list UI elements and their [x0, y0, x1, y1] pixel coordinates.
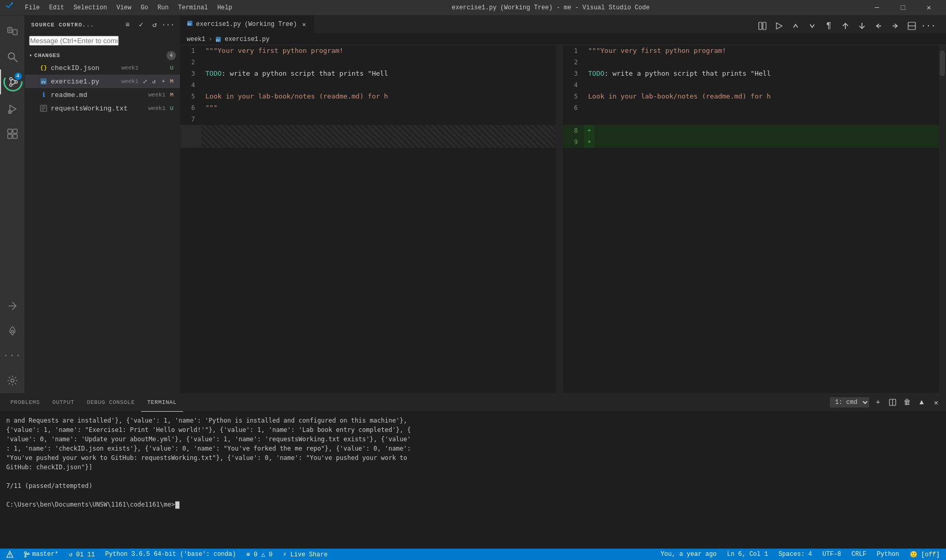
breadcrumb-filename[interactable]: exercise1.py — [225, 36, 269, 43]
status-python[interactable]: Python 3.6.5 64-bit ('base': conda) — [103, 549, 238, 560]
kill-terminal-button[interactable]: 🗑 — [901, 397, 913, 408]
terminal-line-5: "You've pushed your work to GitHub: requ… — [6, 453, 940, 463]
file-item-checkid-json[interactable]: {} checkID.json week1 ⤢ ↺ + U — [25, 61, 180, 75]
maximize-button[interactable]: □ — [891, 0, 915, 16]
diff-left-pane[interactable]: 1 """Your very first python program! 2 3… — [180, 45, 556, 393]
diff-minimap[interactable] — [556, 45, 563, 393]
menu-help[interactable]: Help — [213, 3, 236, 12]
right-minimap[interactable] — [939, 45, 946, 393]
stage-exercise-button[interactable]: + — [159, 77, 168, 86]
swap-right-button[interactable] — [888, 19, 902, 33]
menu-selection[interactable]: Selection — [69, 3, 112, 12]
status-live-share[interactable]: ⚡ Live Share — [281, 549, 329, 560]
status-sync[interactable]: ↺ 01 11 — [66, 549, 96, 560]
next-diff-button[interactable] — [855, 19, 869, 33]
menu-view[interactable]: View — [112, 3, 135, 12]
svg-text:py: py — [188, 22, 192, 26]
status-error-icon[interactable] — [4, 549, 16, 560]
menu-terminal[interactable]: Terminal — [174, 3, 212, 12]
menu-edit[interactable]: Edit — [45, 3, 68, 12]
changes-header[interactable]: ▾ CHANGES 4 — [25, 50, 180, 61]
status-language[interactable]: Python — [875, 549, 901, 560]
menu-run[interactable]: Run — [154, 3, 173, 12]
tab-problems[interactable]: PROBLEMS — [4, 394, 46, 412]
refresh-button[interactable]: ↺ — [149, 19, 160, 31]
content-area: 4 — [0, 16, 946, 393]
right-line-num-7 — [563, 114, 584, 125]
status-spaces[interactable]: Spaces: 4 — [776, 549, 814, 560]
file-item-readme-md[interactable]: ℹ readme.md week1 M — [25, 88, 180, 102]
terminal-selector[interactable]: 1: cmd — [830, 397, 869, 408]
file-item-exercise1-py[interactable]: py exercise1.py week1 ⤢ ↺ + M — [25, 75, 180, 88]
diff-right-pane[interactable]: 1 """Your very first python program! 2 3… — [563, 45, 939, 393]
activity-run-debug[interactable] — [0, 96, 25, 121]
line-num-3: 3 — [180, 68, 201, 79]
activity-deploy[interactable] — [0, 318, 25, 343]
editor-tab-exercise1[interactable]: py exercise1.py (Working Tree) ✕ — [180, 16, 315, 33]
svg-marker-24 — [776, 23, 782, 29]
open-file-button[interactable]: ⤢ — [141, 64, 149, 72]
activity-search[interactable] — [0, 45, 25, 69]
minimize-button[interactable]: ─ — [865, 0, 889, 16]
activity-source-control[interactable]: 4 — [0, 69, 25, 94]
status-line-endings[interactable]: CRLF — [850, 549, 869, 560]
new-terminal-button[interactable]: + — [872, 397, 884, 408]
close-panel-button[interactable]: ✕ — [930, 397, 942, 408]
status-feedback[interactable]: 🙂 [off] — [908, 549, 942, 560]
status-errors[interactable]: ⊗ 0 △ 0 — [244, 549, 274, 560]
next-change-button[interactable] — [805, 19, 819, 33]
open-changes-button[interactable] — [755, 19, 770, 33]
tab-terminal[interactable]: TERMINAL — [141, 394, 183, 412]
sort-changes-button[interactable]: ≡ — [122, 19, 133, 31]
status-blame-time[interactable]: You, a year ago — [659, 549, 719, 560]
right-line-content-3: TODO: write a python script that prints … — [584, 68, 939, 79]
split-terminal-button[interactable] — [887, 397, 898, 408]
svg-point-39 — [9, 556, 10, 557]
file-item-requests-txt[interactable]: requestsWorking.txt week1 U — [25, 102, 180, 115]
commit-message-input[interactable] — [29, 36, 119, 46]
menu-file[interactable]: File — [21, 3, 44, 12]
json-file-icon: {} — [39, 64, 48, 72]
right-line-content-2 — [584, 57, 939, 68]
swap-left-button[interactable] — [871, 19, 886, 33]
terminal-content[interactable]: n and Requests are installed'}, {'value'… — [0, 412, 946, 549]
commit-all-button[interactable]: ✓ — [135, 19, 147, 31]
tab-close-button[interactable]: ✕ — [300, 20, 308, 29]
activity-settings[interactable] — [0, 368, 25, 393]
status-branch[interactable]: master* — [22, 549, 60, 560]
toggle-whitespace-button[interactable]: ¶ — [822, 19, 836, 33]
py-tab-icon: py — [187, 20, 193, 29]
activity-explorer[interactable] — [0, 20, 25, 45]
panel-tabs: PROBLEMS OUTPUT DEBUG CONSOLE TERMINAL 1… — [0, 394, 946, 412]
line-content-1: """Your very first python program! — [201, 45, 556, 57]
run-button[interactable] — [772, 19, 786, 33]
activity-api[interactable] — [0, 293, 25, 318]
menu-go[interactable]: Go — [136, 3, 152, 12]
activity-more[interactable]: ··· — [0, 343, 25, 368]
breadcrumb-week1[interactable]: week1 — [187, 36, 205, 43]
status-position[interactable]: Ln 6, Col 1 — [725, 549, 770, 560]
previous-change-button[interactable] — [788, 19, 803, 33]
copy-button[interactable]: ⤢ — [141, 77, 149, 86]
inline-view-button[interactable] — [905, 19, 919, 33]
file-status-requests: U — [168, 105, 176, 111]
line-num-hatch1 — [180, 125, 201, 136]
panel-up-button[interactable]: ▲ — [916, 397, 927, 408]
more-editor-actions-button[interactable]: ··· — [921, 19, 936, 33]
changes-section: ▾ CHANGES 4 {} checkID.json week1 ⤢ ↺ + … — [25, 50, 180, 115]
activity-extensions[interactable] — [0, 121, 25, 146]
close-button[interactable]: ✕ — [917, 0, 941, 16]
branch-name: master* — [32, 551, 58, 558]
previous-diff-button[interactable] — [838, 19, 853, 33]
tab-debug-console[interactable]: DEBUG CONSOLE — [80, 394, 141, 412]
info-file-icon: ℹ — [39, 91, 48, 99]
stage-changes-button[interactable]: + — [159, 64, 168, 72]
right-line-num-5: 5 — [563, 91, 584, 102]
status-encoding[interactable]: UTF-8 — [820, 549, 843, 560]
discard-changes-button[interactable]: ↺ — [150, 64, 158, 72]
line-num-5: 5 — [180, 91, 201, 102]
more-actions-button[interactable]: ··· — [162, 19, 174, 31]
right-line-content-9 — [594, 136, 939, 148]
tab-output[interactable]: OUTPUT — [46, 394, 81, 412]
discard-exercise-button[interactable]: ↺ — [150, 77, 158, 86]
